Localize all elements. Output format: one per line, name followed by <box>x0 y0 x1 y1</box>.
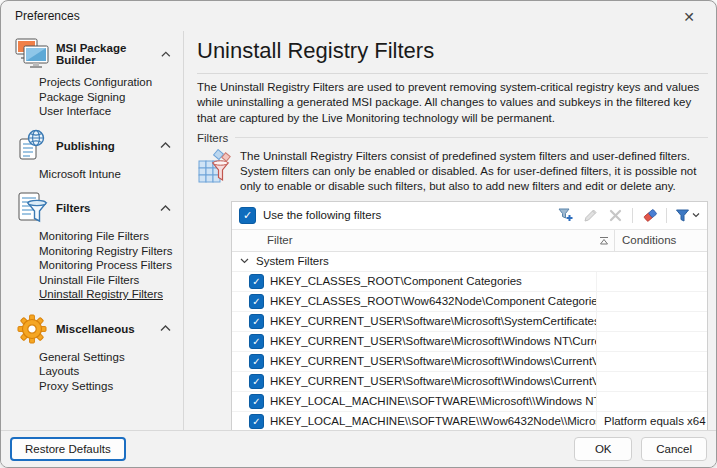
edit-filter-icon <box>582 207 599 224</box>
filter-path: HKEY_LOCAL_MACHINE\\SOFTWARE\\Microsoft\… <box>270 395 596 407</box>
sidebar-section-msi: MSI Package Builder Projects Configurati… <box>1 33 183 119</box>
filters-panel: ✓ Use the following filters <box>231 201 708 430</box>
row-checkbox[interactable]: ✓ <box>249 414 264 429</box>
table-row[interactable]: ✓ HKEY_LOCAL_MACHINE\\SOFTWARE\\Microsof… <box>232 392 707 412</box>
row-conditions <box>596 272 707 291</box>
sidebar-item-uninstall-registry-filters[interactable]: Uninstall Registry Filters <box>39 287 183 302</box>
close-icon[interactable]: ✕ <box>670 4 708 29</box>
filters-groupbox-header: Filters <box>197 132 708 144</box>
sidebar-header-filters[interactable]: Filters <box>1 187 183 229</box>
filter-dropdown[interactable] <box>675 208 700 223</box>
cancel-button[interactable]: Cancel <box>641 437 707 461</box>
filters-group-description: The Uninstall Registry Filters consist o… <box>240 149 708 195</box>
table-row[interactable]: ✓ HKEY_CLASSES_ROOT\Wow6432Node\Componen… <box>232 292 707 312</box>
sidebar-item-projects-configuration[interactable]: Projects Configuration <box>39 75 183 90</box>
publish-globe-icon <box>14 129 50 163</box>
filter-path: HKEY_CLASSES_ROOT\Component Categories <box>270 275 522 287</box>
row-conditions <box>596 292 707 311</box>
page-description: The Uninstall Registry Filters are used … <box>197 80 706 126</box>
funnel-icon <box>675 208 690 223</box>
row-checkbox[interactable]: ✓ <box>249 274 264 289</box>
chevron-up-icon <box>160 205 171 212</box>
column-header-conditions[interactable]: Conditions <box>614 230 707 251</box>
filter-path: HKEY_CURRENT_USER\Software\Microsoft\Win… <box>270 355 596 367</box>
table-row[interactable]: ✓ HKEY_LOCAL_MACHINE\\SOFTWARE\\Wow6432N… <box>232 412 707 430</box>
ok-button[interactable]: OK <box>574 437 632 461</box>
page-title: Uninstall Registry Filters <box>197 38 708 64</box>
table-row[interactable]: ✓ HKEY_CURRENT_USER\Software\Microsoft\W… <box>232 352 707 372</box>
sidebar-item-monitoring-registry-filters[interactable]: Monitoring Registry Filters <box>39 244 183 259</box>
filters-group-description-row: The Uninstall Registry Filters consist o… <box>197 149 708 195</box>
filter-path: HKEY_LOCAL_MACHINE\\SOFTWARE\\Wow6432Nod… <box>270 415 596 427</box>
chevron-down-icon <box>692 212 700 218</box>
sidebar-header-publishing[interactable]: Publishing <box>1 125 183 167</box>
title-divider <box>197 73 708 74</box>
filters-group-label: Filters <box>197 132 228 144</box>
row-conditions <box>596 372 707 391</box>
row-conditions <box>596 312 707 331</box>
chevron-up-icon <box>160 325 171 332</box>
gear-icon <box>14 312 50 346</box>
filter-path: HKEY_CURRENT_USER\Software\Microsoft\Win… <box>270 375 596 387</box>
chevron-down-icon <box>240 258 249 264</box>
sidebar-item-user-interface[interactable]: User Interface <box>39 104 183 119</box>
sidebar-item-uninstall-file-filters[interactable]: Uninstall File Filters <box>39 273 183 288</box>
system-filters-group-row[interactable]: System Filters <box>232 252 707 272</box>
dialog-footer: Restore Defaults OK Cancel <box>1 430 716 467</box>
sidebar-section-label: Publishing <box>56 140 115 152</box>
sidebar-section-label: MSI Package Builder <box>56 42 155 66</box>
sidebar-section-label: Miscellaneous <box>56 323 135 335</box>
sidebar-section-filters: Filters Monitoring File Filters Monitori… <box>1 187 183 302</box>
row-checkbox[interactable]: ✓ <box>249 334 264 349</box>
document-funnel-icon <box>14 191 50 225</box>
chevron-up-icon <box>161 51 171 58</box>
table-row[interactable]: ✓ HKEY_CURRENT_USER\Software\Microsoft\W… <box>232 372 707 392</box>
sidebar-section-label: Filters <box>56 202 91 214</box>
table-row[interactable]: ✓ HKEY_CLASSES_ROOT\Component Categories <box>232 272 707 292</box>
sidebar-item-package-signing[interactable]: Package Signing <box>39 90 183 105</box>
row-checkbox[interactable]: ✓ <box>249 294 264 309</box>
add-filter-icon[interactable] <box>557 207 574 224</box>
sidebar-item-general-settings[interactable]: General Settings <box>39 350 183 365</box>
sidebar-header-msi-package-builder[interactable]: MSI Package Builder <box>1 33 183 75</box>
sidebar-item-proxy-settings[interactable]: Proxy Settings <box>39 379 183 394</box>
use-filters-checkbox[interactable]: ✓ <box>239 207 256 224</box>
sidebar-item-monitoring-process-filters[interactable]: Monitoring Process Filters <box>39 258 183 273</box>
filter-column-label: Filter <box>267 234 293 246</box>
use-filters-label: Use the following filters <box>263 209 381 221</box>
filters-toolbar: ✓ Use the following filters <box>232 202 707 230</box>
sidebar-item-layouts[interactable]: Layouts <box>39 364 183 379</box>
main-content: Uninstall Registry Filters The Uninstall… <box>184 31 716 430</box>
table-row[interactable]: ✓ HKEY_CURRENT_USER\Software\Microsoft\W… <box>232 332 707 352</box>
monitors-icon <box>14 37 50 71</box>
row-checkbox[interactable]: ✓ <box>249 354 264 369</box>
filter-path: HKEY_CURRENT_USER\Software\Microsoft\Sys… <box>270 315 596 327</box>
sidebar-header-miscellaneous[interactable]: Miscellaneous <box>1 308 183 350</box>
table-header: Filter Conditions <box>232 230 707 252</box>
sidebar: MSI Package Builder Projects Configurati… <box>1 31 184 430</box>
restore-defaults-button[interactable]: Restore Defaults <box>10 437 126 461</box>
row-conditions <box>596 332 707 351</box>
row-conditions <box>596 392 707 411</box>
chevron-up-icon <box>160 142 171 149</box>
window-title: Preferences <box>15 9 80 23</box>
toolbar-separator <box>666 208 667 223</box>
sidebar-section-miscellaneous: Miscellaneous General Settings Layouts P… <box>1 308 183 394</box>
group-divider <box>235 137 708 138</box>
row-conditions <box>596 352 707 371</box>
filter-path: HKEY_CLASSES_ROOT\Wow6432Node\Component … <box>270 295 596 307</box>
clear-filters-eraser-icon[interactable] <box>641 207 658 224</box>
row-checkbox[interactable]: ✓ <box>249 314 264 329</box>
toolbar-separator <box>632 208 633 223</box>
group-row-label: System Filters <box>256 255 329 267</box>
table-row[interactable]: ✓ HKEY_CURRENT_USER\Software\Microsoft\S… <box>232 312 707 332</box>
row-checkbox[interactable]: ✓ <box>249 394 264 409</box>
column-header-filter[interactable]: Filter <box>232 230 614 251</box>
sidebar-item-monitoring-file-filters[interactable]: Monitoring File Filters <box>39 229 183 244</box>
registry-filter-icon <box>197 149 231 185</box>
row-checkbox[interactable]: ✓ <box>249 374 264 389</box>
delete-filter-icon <box>607 207 624 224</box>
preferences-dialog: Preferences ✕ MSI Package Builder <box>0 0 717 468</box>
conditions-column-label: Conditions <box>622 234 676 246</box>
sidebar-item-microsoft-intune[interactable]: Microsoft Intune <box>39 167 183 182</box>
